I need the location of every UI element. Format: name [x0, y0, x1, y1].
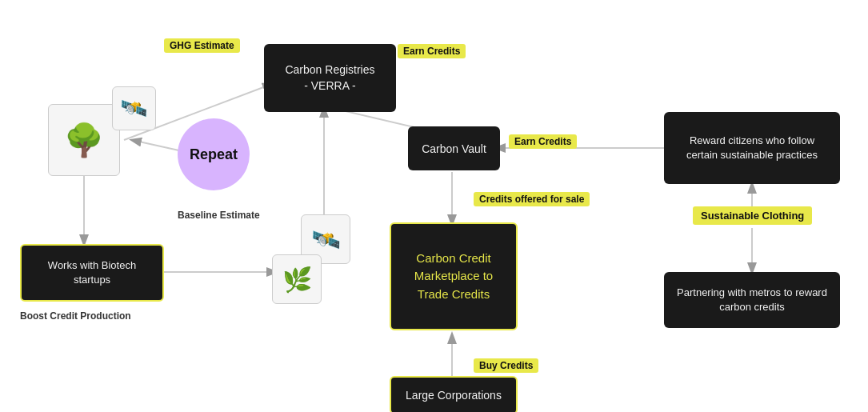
carbon-vault-label: Carbon Vault [422, 142, 486, 155]
diagram: 🌳 🛰️ Carbon Registries - VERRA - GHG Est… [0, 0, 868, 412]
reward-citizens-node: Reward citizens who follow certain susta… [664, 112, 840, 184]
works-biotech-label: Works with Biotech startups [33, 258, 151, 287]
buy-credits-label: Buy Credits [474, 358, 538, 373]
earn-credits-right-label: Earn Credits [509, 134, 577, 149]
works-biotech-node: Works with Biotech startups [20, 244, 164, 302]
carbon-registries-label: Carbon Registries - VERRA - [285, 62, 374, 94]
sustainable-clothing-label: Sustainable Clothing [693, 206, 812, 225]
earn-credits-top-label: Earn Credits [398, 44, 466, 58]
ghg-estimate-label: GHG Estimate [164, 38, 240, 53]
carbon-marketplace-node: Carbon Credit Marketplace to Trade Credi… [390, 222, 518, 330]
repeat-node: Repeat [178, 118, 250, 190]
seedling-node: 🌿 [272, 254, 322, 304]
baseline-estimate-label: Baseline Estimate [178, 210, 260, 221]
tree-icon: 🌳 [64, 124, 104, 156]
large-corporations-node: Large Corporations [390, 376, 518, 412]
satellite1-icon: 🛰️ [120, 95, 148, 122]
satellite2-icon: 🛰️ [311, 226, 341, 254]
credits-offered-label: Credits offered for sale [474, 192, 590, 206]
reward-citizens-label: Reward citizens who follow certain susta… [675, 134, 829, 162]
partnering-metros-node: Partnering with metros to reward carbon … [664, 272, 840, 328]
boost-credit-label: Boost Credit Production [20, 310, 131, 322]
repeat-label: Repeat [190, 146, 238, 163]
tree-node: 🌳 [48, 104, 120, 176]
satellite1-node: 🛰️ [112, 86, 156, 130]
carbon-marketplace-label: Carbon Credit Marketplace to Trade Credi… [402, 250, 505, 304]
carbon-vault-node: Carbon Vault [408, 126, 500, 170]
large-corporations-label: Large Corporations [406, 389, 502, 402]
seedling-icon: 🌿 [282, 266, 312, 294]
carbon-registries-node: Carbon Registries - VERRA - [264, 44, 396, 112]
partnering-metros-label: Partnering with metros to reward carbon … [675, 286, 829, 314]
